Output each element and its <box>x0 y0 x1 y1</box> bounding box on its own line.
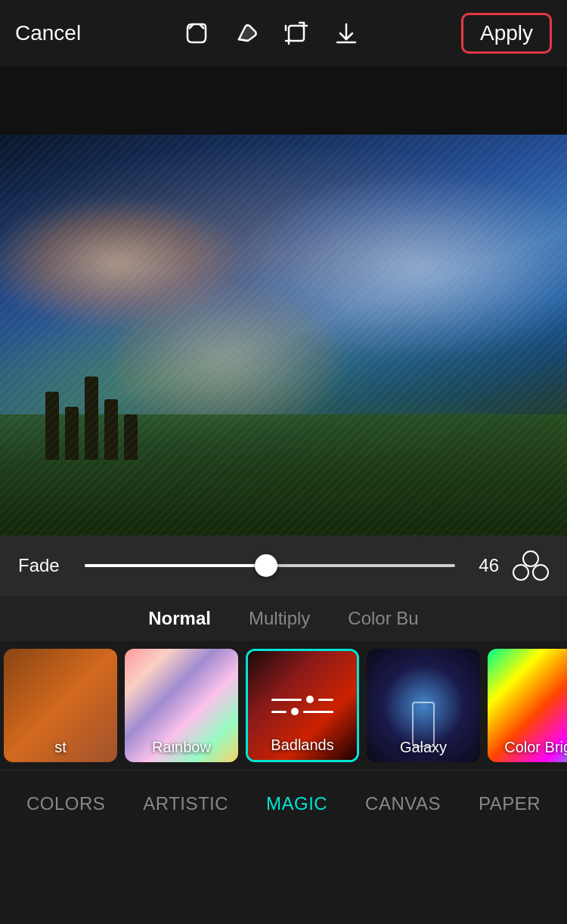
filter-label-colorbright: Color Bright <box>488 739 567 756</box>
bottom-nav: COLORS ARTISTIC MAGIC CANVAS PAPER <box>0 770 567 836</box>
filter-item-galaxy[interactable]: Galaxy <box>363 649 484 762</box>
settings-bar-4 <box>271 711 287 713</box>
tree-5 <box>124 414 138 460</box>
settings-bar-1 <box>271 699 302 701</box>
filter-item-st[interactable]: st <box>0 649 121 762</box>
filter-strip: st Rainbow Badland <box>0 641 567 770</box>
nav-item-paper[interactable]: PAPER <box>479 793 541 814</box>
erase-button[interactable] <box>233 20 260 47</box>
filter-thumb-st: st <box>4 649 117 762</box>
settings-knob-2 <box>291 708 299 715</box>
tree-3 <box>85 377 98 460</box>
settings-line-1 <box>271 696 333 703</box>
apply-button[interactable]: Apply <box>461 13 552 54</box>
tree-1 <box>45 392 59 460</box>
settings-bar-2 <box>318 699 333 701</box>
toolbar-icons <box>183 20 360 47</box>
filter-label-st: st <box>4 739 117 756</box>
fade-label: Fade <box>18 555 71 576</box>
cloud-decoration-3 <box>113 286 340 437</box>
crop-button[interactable] <box>283 20 310 47</box>
nav-item-magic[interactable]: MAGIC <box>266 793 327 814</box>
filter-item-badlands[interactable]: Badlands <box>242 649 363 762</box>
filter-label-badlands: Badlands <box>248 736 357 754</box>
svg-rect-0 <box>289 26 304 41</box>
cloud-decoration-2 <box>227 172 567 361</box>
blend-mode-colorbu[interactable]: Color Bu <box>348 608 418 629</box>
filter-label-rainbow: Rainbow <box>125 739 238 756</box>
fade-value: 46 <box>469 555 499 576</box>
trees-decoration <box>45 377 138 460</box>
settings-bar-3 <box>303 711 333 713</box>
toolbar: Cancel <box>0 0 567 67</box>
filter-item-colorbright[interactable]: Color Bright <box>484 649 567 762</box>
ground-area <box>0 414 567 535</box>
top-black-bar <box>0 67 567 135</box>
circle-right <box>532 564 549 581</box>
cancel-button[interactable]: Cancel <box>15 21 81 45</box>
tree-4 <box>104 399 118 460</box>
filter-thumb-rainbow: Rainbow <box>125 649 238 762</box>
fade-slider-thumb[interactable] <box>255 554 277 577</box>
blend-mode-multiply[interactable]: Multiply <box>249 608 310 629</box>
filter-item-rainbow[interactable]: Rainbow <box>121 649 242 762</box>
filter-label-galaxy: Galaxy <box>367 739 480 756</box>
blend-mode-normal[interactable]: Normal <box>148 608 211 629</box>
image-preview <box>0 135 567 535</box>
undo-button[interactable] <box>183 20 210 47</box>
circle-left <box>513 564 529 581</box>
filter-thumb-galaxy: Galaxy <box>367 649 480 762</box>
fade-slider-area: Fade 46 <box>0 535 567 596</box>
fade-slider-track[interactable] <box>85 564 455 567</box>
settings-icon-overlay <box>271 696 333 715</box>
download-button[interactable] <box>333 20 360 47</box>
filter-thumb-badlands: Badlands <box>246 649 359 762</box>
settings-line-2 <box>271 708 333 715</box>
tree-2 <box>65 407 79 460</box>
nav-item-artistic[interactable]: ARTISTIC <box>143 793 228 814</box>
nav-item-colors[interactable]: COLORS <box>26 793 105 814</box>
cloud-decoration-1 <box>0 195 249 331</box>
settings-knob-1 <box>306 696 314 703</box>
nav-item-canvas[interactable]: CANVAS <box>365 793 441 814</box>
fade-slider-fill <box>85 564 255 567</box>
blend-mode-icon[interactable] <box>513 550 549 581</box>
blend-mode-bar: Normal Multiply Color Bu <box>0 596 567 641</box>
filter-thumb-colorbright: Color Bright <box>488 649 567 762</box>
circles-bottom-row <box>513 564 549 581</box>
